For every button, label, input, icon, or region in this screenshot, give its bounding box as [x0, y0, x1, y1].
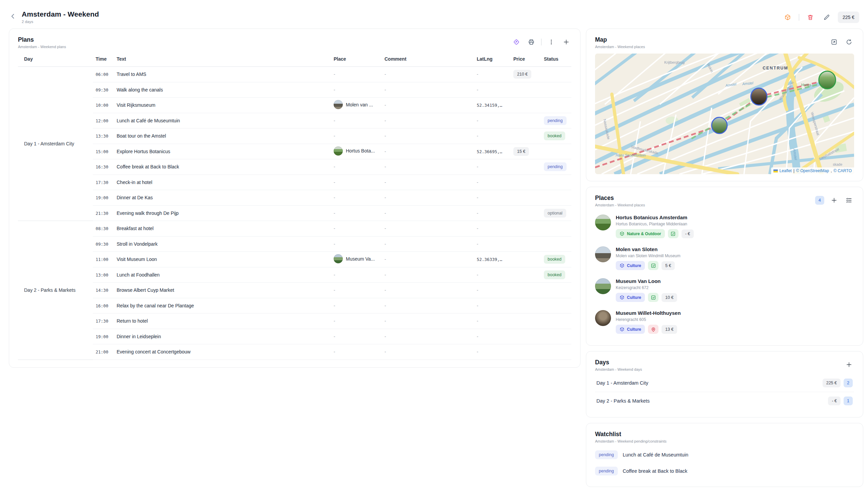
plus-icon	[831, 197, 837, 204]
plan-latlng: -	[477, 334, 478, 339]
osm-link[interactable]: © OpenStreetMap	[796, 168, 829, 173]
plan-day-group: Day 1 - Amsterdam City06:00Travel to AMS…	[18, 67, 571, 221]
place-item[interactable]: Hortus Botanicus Amsterdam Hortus Botani…	[595, 210, 854, 242]
place-item[interactable]: Molen van Sloten Molen van Sloten Windmi…	[595, 242, 854, 274]
map-marker-museum-van-loon[interactable]	[712, 117, 727, 134]
plan-comment: -	[384, 349, 386, 354]
plan-text: Explore Hortus Botanicus	[117, 149, 170, 154]
plan-row[interactable]: 19:00Dinner in Leidseplein---	[18, 329, 571, 344]
edit-trip-button[interactable]	[822, 12, 832, 22]
plan-row[interactable]: 13:00Lunch at Foodhallen---booked	[18, 267, 571, 283]
plan-latlng: 52.36339,…	[477, 257, 502, 262]
route-optimize-button[interactable]	[511, 37, 521, 47]
plan-place: -	[334, 272, 335, 278]
place-name: Hortus Botanicus Amsterdam	[616, 215, 694, 220]
plans-table: Day Time Text Place Comment LatLng Price…	[18, 54, 571, 360]
plans-subtitle: Amsterdam - Weekend plans	[18, 45, 66, 49]
plan-row[interactable]: 15:00Explore Hortus BotanicusHortus Bota…	[18, 144, 571, 159]
plan-row[interactable]: 13:30Boat tour on the Amstel---booked	[18, 128, 571, 144]
plan-text: Evening concert at Concertgebouw	[117, 349, 191, 354]
day-count-badge: 2	[844, 379, 853, 387]
leaflet-link[interactable]: Leaflet	[780, 168, 792, 173]
plan-row[interactable]: 11:00Visit Museum LoonMuseum Va...-52.36…	[18, 252, 571, 267]
plan-row[interactable]: 09:30Stroll in Vondelpark---	[18, 236, 571, 252]
plan-row[interactable]: 21:30Evening walk through De Pijp---opti…	[18, 205, 571, 221]
plan-comment: -	[384, 226, 386, 231]
plan-row[interactable]: 16:30Coffee break at Back to Black---pen…	[18, 159, 571, 175]
place-photo	[595, 310, 611, 326]
plan-time: 06:00	[96, 72, 108, 77]
place-photo	[595, 215, 611, 230]
plan-row[interactable]: 14:30Browse Albert Cuyp Market---	[18, 283, 571, 298]
place-item[interactable]: Museum Van Loon Keizersgracht 672 Cultur…	[595, 274, 854, 306]
map-refresh-button[interactable]	[844, 37, 854, 47]
places-subtitle: Amsterdam - Weekend places	[595, 203, 645, 207]
map-marker-hortus-botanicus[interactable]	[819, 71, 836, 89]
plan-row[interactable]: 19:00Dinner at De Kas---	[18, 190, 571, 206]
watchlist-item[interactable]: pending Lunch at Café de Museumtuin	[595, 447, 854, 463]
day-row[interactable]: Day 2 - Parks & Markets - € 1	[595, 392, 854, 410]
plan-row[interactable]: 09:30Walk along the canals---	[18, 82, 571, 98]
watchlist-items: pending Lunch at Café de Museumtuin pend…	[595, 447, 854, 479]
plan-row[interactable]: Day 1 - Amsterdam City06:00Travel to AMS…	[18, 67, 571, 82]
plan-comment: -	[384, 210, 386, 216]
plans-title: Plans	[18, 36, 66, 43]
plans-menu-button[interactable]	[546, 37, 556, 47]
delete-trip-button[interactable]	[805, 12, 815, 22]
map-panel: Map Amsterdam - Weekend places	[586, 28, 863, 181]
status-badge: pending	[544, 162, 567, 171]
map-marker-museum-willet-holthuysen[interactable]	[751, 88, 767, 105]
plan-row[interactable]: Day 2 - Parks & Markets08:30Breakfast at…	[18, 221, 571, 237]
plan-latlng: -	[477, 133, 478, 139]
plan-place: Hortus Bota...	[346, 148, 375, 154]
plan-row[interactable]: 12:00Lunch at Café de Museumtuin---pendi…	[18, 113, 571, 128]
plan-place: -	[334, 318, 335, 324]
plan-text: Boat tour on the Amstel	[117, 133, 166, 139]
day-label: Day 2 - Parks & Markets	[596, 398, 650, 404]
plan-place: -	[334, 334, 335, 339]
plan-text: Evening walk through De Pijp	[117, 210, 179, 216]
plan-time: 12:00	[96, 118, 108, 123]
plan-row[interactable]: 21:00Evening concert at Concertgebouw---	[18, 344, 571, 360]
visited-check-badge	[668, 229, 678, 238]
plan-time: 13:30	[96, 134, 108, 139]
places-panel: Places Amsterdam - Weekend places 4 Hort…	[586, 187, 863, 346]
plan-row[interactable]: 10:00Visit RijksmuseumMolen van ...-52.3…	[18, 98, 571, 113]
pencil-icon	[823, 14, 830, 21]
back-button[interactable]	[9, 12, 17, 21]
add-plan-button[interactable]	[561, 37, 571, 47]
day-row[interactable]: Day 1 - Amsterdam City 225 € 2	[595, 374, 854, 392]
plan-time: 16:00	[96, 303, 108, 308]
plus-icon	[846, 361, 852, 368]
plan-row[interactable]: 17:30Return to hotel---	[18, 313, 571, 329]
days-subtitle: Amsterdam - Weekend days	[595, 367, 642, 371]
watchlist-item[interactable]: pending Coffee break at Back to Black	[595, 463, 854, 479]
plan-latlng: -	[477, 180, 478, 185]
plan-text: Visit Museum Loon	[117, 257, 157, 262]
plan-place: -	[334, 226, 335, 231]
package-button[interactable]	[783, 12, 793, 22]
add-day-button[interactable]	[844, 360, 854, 370]
places-title: Places	[595, 195, 645, 202]
watchlist-text: Coffee break at Back to Black	[623, 468, 688, 474]
places-list-view-button[interactable]	[844, 195, 854, 205]
col-day: Day	[18, 54, 93, 67]
days-list: Day 1 - Amsterdam City 225 € 2 Day 2 - P…	[595, 374, 854, 410]
leaflet-map[interactable]: KrijtbergbrugRokinAmstelAmstelCENTRUMWat…	[595, 54, 854, 174]
print-button[interactable]	[526, 37, 536, 47]
plan-row[interactable]: 16:00Relax by the canal near De Plantage…	[18, 298, 571, 313]
add-place-button[interactable]	[829, 195, 839, 205]
plan-latlng: -	[477, 349, 478, 354]
pending-badge: pending	[595, 450, 618, 459]
plus-icon	[563, 39, 570, 45]
plan-place: -	[334, 133, 335, 139]
plan-comment: -	[384, 318, 386, 324]
day-group-label: Day 1 - Amsterdam City	[18, 67, 93, 221]
map-fullscreen-button[interactable]	[829, 37, 839, 47]
place-item[interactable]: Museum Willet-Holthuysen Herengracht 605…	[595, 306, 854, 338]
plan-latlng: -	[477, 303, 478, 308]
status-badge: pending	[544, 116, 567, 125]
plan-row[interactable]: 17:30Check-in at hotel---	[18, 175, 571, 190]
carto-link[interactable]: © CARTO	[833, 168, 852, 173]
map-attribution: Leaflet | © OpenStreetMap, © CARTO	[771, 167, 854, 174]
